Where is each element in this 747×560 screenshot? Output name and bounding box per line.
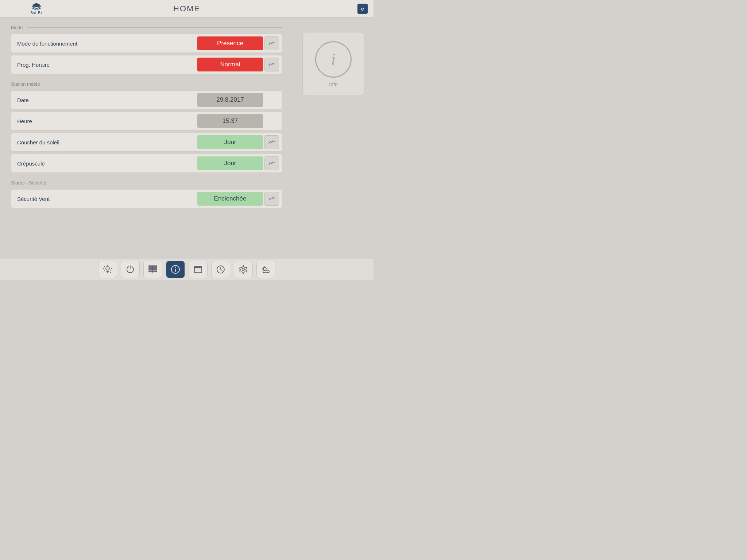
header-right: e [301,4,374,14]
chart-icon [268,139,275,145]
info-card[interactable]: i Info [302,32,364,96]
header: Bat. B+ HOME e [0,0,374,18]
row-heure-value: 15:37 [197,114,263,128]
page-title: HOME [73,4,301,13]
section-stores-securite-header: Stores - Sécurité [11,180,282,186]
section-mode: Mode Mode de fonctionnement Présence Pro… [11,25,282,74]
row-coucher-soleil: Coucher du soleil Jour [11,133,282,152]
section-station-meteo: Station météo Date 29.8.2017 Heure 15:37… [11,81,282,173]
section-mode-header: Mode [11,25,282,30]
section-mode-line [27,27,282,28]
nav-btn-clock[interactable] [211,261,230,278]
chart-icon [268,40,275,46]
row-prog-horaire: Prog. Horaire Normal [11,55,282,74]
row-prog-horaire-value[interactable]: Normal [197,58,263,71]
svg-line-7 [110,272,111,272]
row-crepuscule-label: Crépuscule [11,160,197,167]
section-stores-securite-title: Stores - Sécurité [11,180,46,186]
sidebar: i Info [293,18,374,258]
row-heure-label: Heure [11,118,197,124]
row-heure: Heure 15:37 [11,112,282,131]
nav-btn-settings[interactable] [234,261,253,278]
clock-icon [216,265,225,274]
row-coucher-soleil-chart-btn[interactable] [264,135,279,149]
row-securite-vent-chart-btn[interactable] [264,192,279,206]
row-mode-fonctionnement: Mode de fonctionnement Présence [11,34,282,53]
svg-line-37 [263,267,263,267]
row-prog-horaire-chart-btn[interactable] [264,58,279,71]
row-date-value: 29.8.2017 [197,93,263,107]
nav-btn-power[interactable] [121,261,140,278]
section-station-meteo-header: Station météo [11,81,282,87]
svg-line-6 [104,266,105,267]
svg-point-3 [106,267,109,270]
row-securite-vent-label: Sécurité Vent [11,196,197,202]
nav-btn-scenes[interactable] [189,261,208,278]
header-left: Bat. B+ [0,1,73,16]
nav-btn-blinds[interactable] [143,261,162,278]
blinds-icon [148,265,158,274]
section-station-meteo-line [44,84,282,84]
chart-icon [268,196,275,202]
row-crepuscule-value[interactable]: Jour [197,156,263,170]
power-icon [125,265,135,274]
scenes-icon [193,265,203,274]
weather-icon [261,265,271,274]
svg-line-10 [104,270,105,270]
section-mode-title: Mode [11,25,23,30]
chart-icon [268,62,275,67]
row-securite-vent: Sécurité Vent Enclenchée [11,189,282,208]
section-stores-securite: Stores - Sécurité Sécurité Vent Enclench… [11,180,282,208]
light-icon [103,265,112,274]
svg-point-22 [175,267,176,268]
row-coucher-soleil-label: Coucher du soleil [11,139,197,145]
content-area: Mode Mode de fonctionnement Présence Pro… [0,18,293,258]
section-station-meteo-title: Station météo [11,81,40,87]
row-date-label: Date [11,97,197,103]
row-prog-horaire-label: Prog. Horaire [11,62,197,68]
nav-btn-info[interactable] [166,261,185,278]
svg-point-31 [242,268,245,271]
bat-label: Bat. B+ [30,11,42,15]
info-nav-icon [171,265,180,274]
svg-marker-2 [32,8,41,10]
nav-btn-weather[interactable] [256,261,275,278]
row-coucher-soleil-value[interactable]: Jour [197,135,263,149]
layers-icon [31,2,42,10]
row-mode-fonctionnement-value[interactable]: Présence [197,36,263,50]
row-date: Date 29.8.2017 [11,90,282,109]
svg-line-30 [221,269,222,271]
row-crepuscule-chart-btn[interactable] [264,156,279,170]
main-content: Mode Mode de fonctionnement Présence Pro… [0,18,374,258]
settings-icon [239,265,248,274]
brand-icon: e [357,4,368,14]
nav-btn-light[interactable] [98,261,117,278]
section-stores-securite-line [50,183,282,183]
svg-rect-23 [194,268,202,273]
row-mode-fonctionnement-label: Mode de fonctionnement [11,40,197,47]
chart-icon [268,160,275,166]
row-securite-vent-value[interactable]: Enclenchée [197,192,263,206]
row-crepuscule: Crépuscule Jour [11,154,282,173]
info-label: Info [329,81,337,87]
svg-line-11 [110,270,111,270]
svg-point-32 [263,267,266,270]
bottom-navigation [0,258,374,280]
info-circle-icon: i [315,41,352,78]
row-mode-fonctionnement-chart-btn[interactable] [264,36,279,50]
